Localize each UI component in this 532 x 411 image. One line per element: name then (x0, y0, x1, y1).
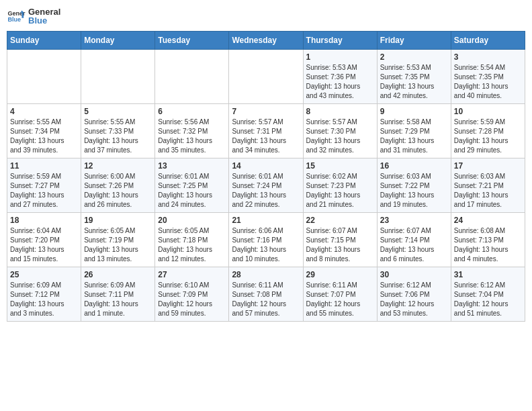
calendar-cell: 20Sunrise: 6:05 AM Sunset: 7:18 PM Dayli… (155, 213, 229, 267)
day-content: Sunrise: 6:05 AM Sunset: 7:18 PM Dayligh… (158, 226, 226, 264)
day-content: Sunrise: 6:12 AM Sunset: 7:04 PM Dayligh… (454, 281, 522, 318)
day-number: 3 (454, 52, 522, 62)
day-content: Sunrise: 6:01 AM Sunset: 7:24 PM Dayligh… (232, 172, 300, 210)
calendar-cell: 22Sunrise: 6:07 AM Sunset: 7:15 PM Dayli… (303, 213, 377, 267)
calendar-cell: 16Sunrise: 6:03 AM Sunset: 7:22 PM Dayli… (377, 158, 451, 213)
calendar-cell: 25Sunrise: 6:09 AM Sunset: 7:12 PM Dayli… (7, 267, 81, 322)
day-content: Sunrise: 6:11 AM Sunset: 7:08 PM Dayligh… (232, 281, 300, 318)
day-content: Sunrise: 6:05 AM Sunset: 7:19 PM Dayligh… (84, 226, 152, 264)
calendar-cell: 6Sunrise: 5:56 AM Sunset: 7:32 PM Daylig… (155, 104, 229, 158)
calendar-cell: 29Sunrise: 6:11 AM Sunset: 7:07 PM Dayli… (303, 267, 377, 322)
day-number: 23 (380, 216, 448, 225)
day-number: 27 (158, 270, 226, 279)
day-content: Sunrise: 6:03 AM Sunset: 7:22 PM Dayligh… (380, 172, 448, 210)
day-content: Sunrise: 5:59 AM Sunset: 7:28 PM Dayligh… (454, 118, 522, 155)
calendar-week-3: 11Sunrise: 5:59 AM Sunset: 7:27 PM Dayli… (7, 158, 525, 213)
calendar-cell: 18Sunrise: 6:04 AM Sunset: 7:20 PM Dayli… (7, 213, 81, 267)
day-number: 8 (306, 107, 374, 116)
calendar-cell: 4Sunrise: 5:55 AM Sunset: 7:34 PM Daylig… (7, 104, 81, 158)
day-content: Sunrise: 6:11 AM Sunset: 7:07 PM Dayligh… (306, 281, 374, 318)
calendar-cell: 24Sunrise: 6:08 AM Sunset: 7:13 PM Dayli… (451, 213, 525, 267)
calendar-week-1: 1Sunrise: 5:53 AM Sunset: 7:36 PM Daylig… (7, 50, 525, 104)
calendar-cell: 14Sunrise: 6:01 AM Sunset: 7:24 PM Dayli… (229, 158, 303, 213)
logo-blue: Blue (28, 15, 60, 26)
day-number: 29 (306, 270, 374, 279)
weekday-header-monday: Monday (81, 32, 155, 50)
calendar-cell: 11Sunrise: 5:59 AM Sunset: 7:27 PM Dayli… (7, 158, 81, 213)
calendar-cell: 26Sunrise: 6:09 AM Sunset: 7:11 PM Dayli… (81, 267, 155, 322)
calendar-cell (229, 50, 303, 104)
calendar-week-5: 25Sunrise: 6:09 AM Sunset: 7:12 PM Dayli… (7, 267, 525, 322)
day-number: 9 (380, 107, 448, 116)
day-number: 11 (10, 161, 78, 171)
calendar-cell: 21Sunrise: 6:06 AM Sunset: 7:16 PM Dayli… (229, 213, 303, 267)
day-content: Sunrise: 6:04 AM Sunset: 7:20 PM Dayligh… (10, 226, 78, 264)
calendar-cell: 10Sunrise: 5:59 AM Sunset: 7:28 PM Dayli… (451, 104, 525, 158)
logo: General Blue General Blue (7, 7, 60, 26)
day-content: Sunrise: 5:57 AM Sunset: 7:31 PM Dayligh… (232, 118, 300, 155)
page-header: General Blue General Blue (7, 7, 525, 26)
calendar-cell: 1Sunrise: 5:53 AM Sunset: 7:36 PM Daylig… (303, 50, 377, 104)
day-content: Sunrise: 6:03 AM Sunset: 7:21 PM Dayligh… (454, 172, 522, 210)
day-number: 10 (454, 107, 522, 116)
day-number: 16 (380, 161, 448, 171)
day-number: 14 (232, 161, 300, 171)
calendar-cell: 23Sunrise: 6:07 AM Sunset: 7:14 PM Dayli… (377, 213, 451, 267)
day-content: Sunrise: 5:53 AM Sunset: 7:35 PM Dayligh… (380, 63, 448, 101)
day-number: 25 (10, 270, 78, 279)
weekday-header-tuesday: Tuesday (155, 32, 229, 50)
day-content: Sunrise: 6:07 AM Sunset: 7:14 PM Dayligh… (380, 226, 448, 264)
day-number: 26 (84, 270, 152, 279)
calendar-cell: 30Sunrise: 6:12 AM Sunset: 7:06 PM Dayli… (377, 267, 451, 322)
calendar-cell: 5Sunrise: 5:55 AM Sunset: 7:33 PM Daylig… (81, 104, 155, 158)
calendar-cell (155, 50, 229, 104)
calendar-week-4: 18Sunrise: 6:04 AM Sunset: 7:20 PM Dayli… (7, 213, 525, 267)
calendar-cell (81, 50, 155, 104)
day-number: 28 (232, 270, 300, 279)
weekday-header-saturday: Saturday (451, 32, 525, 50)
day-content: Sunrise: 6:08 AM Sunset: 7:13 PM Dayligh… (454, 226, 522, 264)
calendar-cell: 31Sunrise: 6:12 AM Sunset: 7:04 PM Dayli… (451, 267, 525, 322)
day-content: Sunrise: 6:00 AM Sunset: 7:26 PM Dayligh… (84, 172, 152, 210)
day-number: 7 (232, 107, 300, 116)
calendar-cell: 9Sunrise: 5:58 AM Sunset: 7:29 PM Daylig… (377, 104, 451, 158)
day-content: Sunrise: 6:02 AM Sunset: 7:23 PM Dayligh… (306, 172, 374, 210)
weekday-header-friday: Friday (377, 32, 451, 50)
day-content: Sunrise: 6:09 AM Sunset: 7:12 PM Dayligh… (10, 281, 78, 318)
day-number: 18 (10, 216, 78, 225)
day-content: Sunrise: 5:54 AM Sunset: 7:35 PM Dayligh… (454, 63, 522, 101)
day-number: 17 (454, 161, 522, 171)
calendar-cell: 27Sunrise: 6:10 AM Sunset: 7:09 PM Dayli… (155, 267, 229, 322)
calendar-cell: 12Sunrise: 6:00 AM Sunset: 7:26 PM Dayli… (81, 158, 155, 213)
day-content: Sunrise: 6:09 AM Sunset: 7:11 PM Dayligh… (84, 281, 152, 318)
calendar-week-2: 4Sunrise: 5:55 AM Sunset: 7:34 PM Daylig… (7, 104, 525, 158)
logo-icon: General Blue (7, 7, 26, 26)
calendar-cell: 8Sunrise: 5:57 AM Sunset: 7:30 PM Daylig… (303, 104, 377, 158)
day-number: 31 (454, 270, 522, 279)
day-content: Sunrise: 5:55 AM Sunset: 7:34 PM Dayligh… (10, 118, 78, 155)
weekday-header-wednesday: Wednesday (229, 32, 303, 50)
calendar-cell: 13Sunrise: 6:01 AM Sunset: 7:25 PM Dayli… (155, 158, 229, 213)
day-number: 13 (158, 161, 226, 171)
day-number: 30 (380, 270, 448, 279)
day-number: 12 (84, 161, 152, 171)
calendar-table: SundayMondayTuesdayWednesdayThursdayFrid… (7, 31, 525, 322)
day-number: 6 (158, 107, 226, 116)
calendar-cell: 19Sunrise: 6:05 AM Sunset: 7:19 PM Dayli… (81, 213, 155, 267)
day-content: Sunrise: 5:53 AM Sunset: 7:36 PM Dayligh… (306, 63, 374, 101)
calendar-cell: 17Sunrise: 6:03 AM Sunset: 7:21 PM Dayli… (451, 158, 525, 213)
day-content: Sunrise: 6:01 AM Sunset: 7:25 PM Dayligh… (158, 172, 226, 210)
day-content: Sunrise: 6:06 AM Sunset: 7:16 PM Dayligh… (232, 226, 300, 264)
day-number: 5 (84, 107, 152, 116)
day-number: 20 (158, 216, 226, 225)
calendar-cell: 28Sunrise: 6:11 AM Sunset: 7:08 PM Dayli… (229, 267, 303, 322)
weekday-header-thursday: Thursday (303, 32, 377, 50)
day-content: Sunrise: 5:55 AM Sunset: 7:33 PM Dayligh… (84, 118, 152, 155)
calendar-cell: 15Sunrise: 6:02 AM Sunset: 7:23 PM Dayli… (303, 158, 377, 213)
day-number: 22 (306, 216, 374, 225)
day-content: Sunrise: 6:10 AM Sunset: 7:09 PM Dayligh… (158, 281, 226, 318)
day-number: 4 (10, 107, 78, 116)
svg-text:Blue: Blue (7, 16, 21, 23)
day-number: 2 (380, 52, 448, 62)
day-number: 24 (454, 216, 522, 225)
